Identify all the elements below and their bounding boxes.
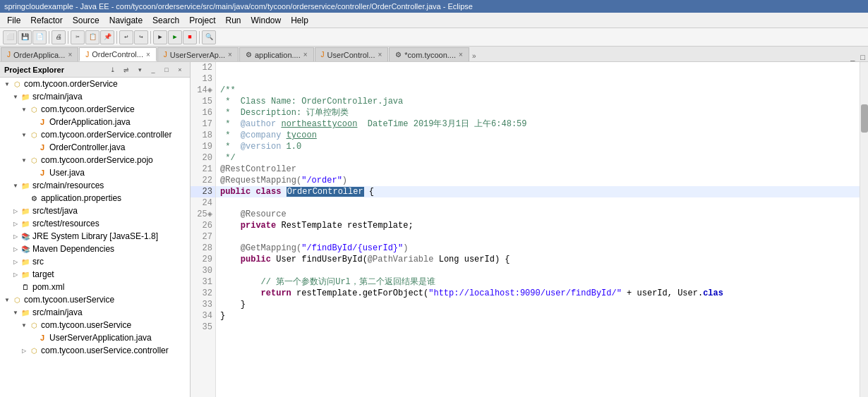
tab-close-app-props[interactable]: ×	[303, 51, 308, 59]
toolbar-cut[interactable]: ✂	[71, 30, 85, 44]
label-user-server-app-java: UserServerApplication.java	[49, 333, 152, 343]
code-line-18: * @company tycoon	[216, 130, 860, 141]
separator-1	[49, 31, 49, 44]
tab-order-application[interactable]: J OrderApplica... ×	[1, 47, 78, 61]
tree-item-user-server-app-java[interactable]: J UserServerApplication.java	[0, 331, 190, 344]
menu-run[interactable]: Run	[222, 14, 246, 27]
separator-5	[199, 31, 200, 44]
tab-user-controller[interactable]: J UserControl... ×	[315, 47, 389, 61]
menu-window[interactable]: Window	[247, 14, 286, 27]
toolbar-undo[interactable]: ↩	[119, 30, 133, 44]
editor-minimize[interactable]: _	[848, 53, 857, 61]
tree-item-src-main-java[interactable]: ▼ 📁 src/main/java	[0, 90, 190, 103]
sidebar-close[interactable]: ×	[174, 64, 186, 75]
tree-item-order-app-java[interactable]: J OrderApplication.java	[0, 116, 190, 128]
label-order-pkg: com.tycoon.orderService	[41, 104, 135, 114]
toolbar-debug[interactable]: ▶	[153, 30, 167, 44]
tree-item-app-props[interactable]: ⚙ application.properties	[0, 192, 190, 204]
tree-item-src-test-res[interactable]: ▷ 📁 src/test/resources	[0, 217, 190, 230]
right-scrollbar[interactable]	[860, 62, 868, 397]
tab-close-order-ctrl[interactable]: ×	[146, 51, 150, 59]
tree-item-user-src-main-java[interactable]: ▼ 📁 src/main/java	[0, 306, 190, 319]
toolbar-run[interactable]: ▶	[168, 30, 182, 44]
tree-item-user-service-root[interactable]: ▼ ⬡ com.tycoon.userService	[0, 293, 190, 306]
label-pojo-pkg: com.tycoon.orderService.pojo	[41, 155, 153, 165]
menu-file[interactable]: File	[3, 14, 25, 27]
code-line-32: return restTemplate.getForObject("http:/…	[216, 288, 860, 299]
tab-close-order-app[interactable]: ×	[68, 51, 72, 59]
toolbar-new[interactable]: ⬜	[3, 30, 17, 44]
toolbar-search[interactable]: 🔍	[202, 30, 216, 44]
tab-icon-app-props: ⚙	[246, 51, 252, 59]
tree-item-user-java[interactable]: J User.java	[0, 166, 190, 179]
sidebar-minimize[interactable]: _	[147, 64, 159, 75]
code-container[interactable]: 12 13 14◈ 15 16 17 18 19 20 21 22 23 24 …	[191, 62, 868, 397]
tree-item-user-service-pkg[interactable]: ▼ ⬡ com.tycoon.userService	[0, 319, 190, 331]
editor-maximize[interactable]: □	[857, 53, 868, 61]
linenum-30: 30	[191, 265, 215, 276]
tab-com-tycoon[interactable]: ⚙ *com.tycoon.... ×	[389, 47, 469, 61]
tree-item-pom[interactable]: 🗒 pom.xml	[0, 281, 190, 293]
tree-item-jre[interactable]: ▷ 📚 JRE System Library [JavaSE-1.8]	[0, 230, 190, 243]
toolbar-paste[interactable]: 📌	[100, 30, 114, 44]
scrollbar-thumb[interactable]	[861, 104, 868, 133]
tree-item-src-main-resources[interactable]: ▼ 📁 src/main/resources	[0, 179, 190, 192]
sidebar-link-editor[interactable]: ⇌	[121, 64, 132, 75]
tab-label-user-server: UserServerAp...	[170, 51, 225, 59]
tab-close-user-ctrl[interactable]: ×	[378, 51, 382, 59]
arrow-src-test-java: ▷	[11, 207, 20, 215]
tab-application-props[interactable]: ⚙ application.... ×	[239, 47, 314, 61]
toolbar-print[interactable]: 🖨	[52, 30, 66, 44]
label-user-controller-pkg: com.tycoon.userService.controller	[41, 346, 169, 355]
tab-icon-com-tycoon: ⚙	[395, 51, 402, 59]
tree-item-order-controller-java[interactable]: J OrderController.java	[0, 141, 190, 154]
toolbar-save-all[interactable]: 📄	[32, 30, 47, 44]
code-line-25: @Resource	[216, 209, 860, 220]
menu-help[interactable]: Help	[287, 14, 313, 27]
tab-close-user-server[interactable]: ×	[228, 51, 232, 59]
tree-item-order-pkg[interactable]: ▼ ⬡ com.tycoon.orderService	[0, 103, 190, 116]
icon-user-service-root: ⬡	[11, 294, 23, 305]
arrow-user-service-pkg: ▼	[20, 321, 28, 329]
icon-order-app-java: J	[37, 116, 48, 128]
sidebar-maximize[interactable]: □	[161, 64, 172, 75]
tree-item-target[interactable]: ▷ 📁 target	[0, 268, 190, 281]
tab-overflow-menu[interactable]: »	[469, 51, 479, 61]
menu-source[interactable]: Source	[68, 14, 104, 27]
tab-user-server-app[interactable]: J UserServerAp... ×	[157, 47, 239, 61]
code-lines[interactable]: /** * Class Name: OrderController.java *…	[216, 62, 860, 397]
toolbar-copy[interactable]: 📋	[85, 30, 100, 44]
menu-refactor[interactable]: Refactor	[26, 14, 66, 27]
arrow-jre: ▷	[11, 232, 20, 240]
label-src-main-java: src/main/java	[32, 92, 83, 102]
linenum-27: 27	[191, 231, 215, 243]
tree-item-maven-deps[interactable]: ▷ 📚 Maven Dependencies	[0, 243, 190, 255]
code-line-20: */	[216, 152, 860, 164]
tree-item-user-controller-pkg[interactable]: ▷ ⬡ com.tycoon.userService.controller	[0, 344, 190, 357]
tab-close-com-tycoon[interactable]: ×	[459, 51, 463, 59]
menu-navigate[interactable]: Navigate	[105, 14, 147, 27]
sidebar-view-menu[interactable]: ▾	[134, 64, 145, 75]
menu-project[interactable]: Project	[185, 14, 219, 27]
sidebar-collapse-all[interactable]: ⤓	[107, 64, 119, 75]
toolbar-stop[interactable]: ■	[183, 30, 197, 44]
icon-pojo-pkg: ⬡	[28, 154, 40, 166]
tree-item-controller-pkg[interactable]: ▼ ⬡ com.tycoon.orderService.controller	[0, 128, 190, 141]
code-line-15: * Class Name: OrderController.java	[216, 96, 860, 107]
menu-search[interactable]: Search	[148, 14, 183, 27]
title-text: springcloudexample - Java EE - com/tycoo…	[4, 2, 473, 11]
tab-order-controller[interactable]: J OrderControl... ×	[79, 47, 157, 61]
linenum-23: 23	[191, 186, 215, 197]
tree-item-pojo-pkg[interactable]: ▼ ⬡ com.tycoon.orderService.pojo	[0, 154, 190, 166]
tree-item-order-service-root[interactable]: ▼ ⬡ com.tycoon.orderService	[0, 78, 190, 90]
tree-item-src-test-java[interactable]: ▷ 📁 src/test/java	[0, 204, 190, 217]
linenum-12: 12	[191, 62, 215, 73]
toolbar-redo[interactable]: ↪	[134, 30, 148, 44]
icon-order-service-root: ⬡	[11, 78, 23, 90]
linenum-26: 26	[191, 220, 215, 231]
tree-item-src[interactable]: ▷ 📁 src	[0, 255, 190, 268]
toolbar-save[interactable]: 💾	[18, 30, 32, 44]
linenum-35: 35	[191, 322, 215, 333]
code-line-17: * @author northeasttycoon DateTime 2019年…	[216, 118, 860, 130]
code-line-35	[216, 322, 860, 333]
